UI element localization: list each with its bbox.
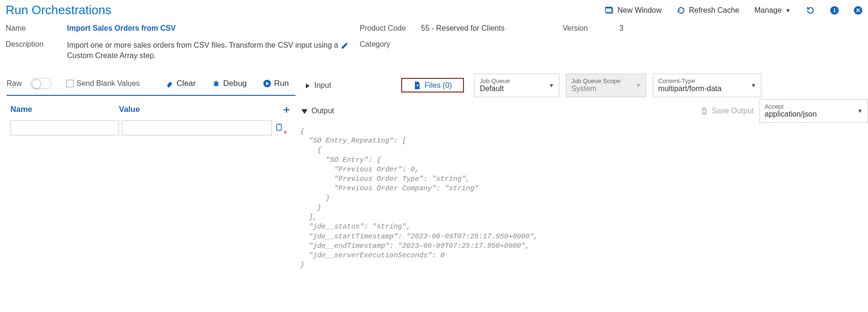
job-queue-scope-select: Job Queue Scope System ▼ [566,74,646,97]
play-icon [263,79,271,88]
param-value-input[interactable] [122,120,272,135]
output-tab-label: Output [312,107,334,115]
accept-value: application/json [765,110,863,118]
checkbox-icon [66,80,74,87]
content-type-value: multipart/form-data [658,84,756,93]
category-label: Category [360,40,421,49]
save-output-label: Save Output [712,107,754,115]
version-label: Version [563,24,619,33]
refresh-cache-label: Refresh Cache [689,6,740,15]
content-type-select[interactable]: Content-Type multipart/form-data ▼ [653,74,761,97]
new-window-button[interactable]: New Window [605,5,661,15]
chevron-down-icon: ▼ [750,82,756,89]
info-icon[interactable]: i [830,6,839,15]
raw-label: Raw [7,79,22,88]
input-tab-label: Input [314,81,331,90]
save-output-button: Save Output [700,106,754,115]
delete-x-icon: ✕ [283,129,287,135]
clear-button[interactable]: Clear [165,79,196,88]
chevron-down-icon: ▼ [548,82,554,89]
content-type-label: Content-Type [658,77,756,84]
chevron-down-icon: ▼ [785,8,791,13]
accept-select[interactable]: Accept application/json ▼ [759,99,868,123]
delete-row-button[interactable]: ✕ [275,122,292,134]
send-blank-checkbox[interactable]: Send Blank Values [66,79,140,88]
svg-rect-5 [277,124,281,130]
product-code-label: Product Code [360,24,421,33]
product-code-value: 55 - Reserved for Clients [421,24,563,33]
save-icon [700,106,708,115]
run-label: Run [274,79,289,88]
refresh-cache-button[interactable]: Refresh Cache [677,5,740,15]
refresh-icon [677,5,685,15]
version-value: 3 [619,24,676,33]
description-value: Import one or more sales orders from CSV… [67,40,341,61]
send-blank-label: Send Blank Values [76,79,140,88]
column-name-header: Name [10,105,119,114]
triangle-down-icon [301,107,308,115]
input-tab[interactable]: Input [295,72,341,99]
files-tab[interactable]: Files (0) [401,78,464,93]
svg-rect-2 [606,7,612,8]
job-queue-select[interactable]: Job Queue Default ▼ [474,74,559,97]
job-queue-scope-value: System [571,84,641,93]
eraser-icon [165,79,174,88]
page-title: Run Orchestrations [6,3,605,17]
output-tab[interactable]: Output [295,99,344,123]
edit-description-button[interactable] [341,40,360,50]
new-window-label: New Window [617,6,661,15]
job-queue-scope-label: Job Queue Scope [571,77,641,84]
reload-icon[interactable] [806,5,815,15]
svg-point-3 [214,82,218,86]
name-label: Name [6,24,67,33]
file-add-icon [413,81,421,90]
orchestration-name: Import Sales Orders from CSV [67,24,341,33]
accept-label: Accept [765,103,863,110]
add-row-button[interactable]: ＋ [273,102,292,117]
chevron-down-icon: ▼ [635,82,641,89]
manage-dropdown[interactable]: Manage ▼ [754,6,791,15]
job-queue-label: Job Queue [480,77,554,84]
triangle-right-icon [305,81,311,90]
chevron-down-icon: ▼ [857,108,863,114]
new-window-icon [605,5,614,15]
raw-toggle[interactable] [30,78,52,89]
run-button[interactable]: Run [263,79,289,88]
files-tab-label: Files (0) [425,81,452,90]
debug-button[interactable]: Debug [212,79,247,88]
debug-label: Debug [223,79,247,88]
bug-icon [212,79,220,88]
column-value-header: Value [119,105,273,114]
job-queue-value: Default [480,84,554,93]
output-json-display: { "SO Entry_Repeating": [ { "SO Entry": … [295,123,868,278]
manage-label: Manage [754,6,782,15]
clear-label: Clear [177,79,196,88]
param-name-input[interactable] [10,120,119,135]
description-label: Description [6,40,67,49]
close-icon[interactable]: ✕ [854,6,862,15]
